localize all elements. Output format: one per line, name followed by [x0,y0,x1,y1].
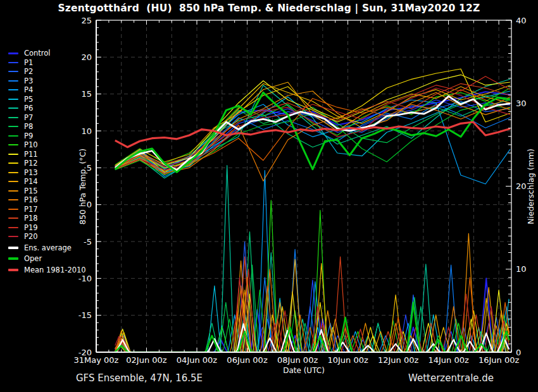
footer-site-credit: Wetterzentrale.de [408,372,494,384]
x-tick-label: 02Jun 00z [126,355,167,365]
y-axis-label-temp: 850 hPa Temp. (°C) [78,149,87,224]
precip-line-p14 [115,259,510,352]
x-tick-label: 10Jun 00z [327,355,368,365]
meteogram-page: Szentgotthárd (HU) 850 hPa Temp. & Niede… [0,0,538,392]
y-left-tick-label: 10 [81,126,92,136]
temp-line-p17 [115,90,510,175]
x-tick-label: 04Jun 00z [177,355,218,365]
y-left-tick-label: -15 [78,310,92,320]
x-tick-label: 06Jun 00z [227,355,268,365]
y-right-tick-label: 20 [516,181,527,191]
y-left-tick-label: -5 [84,237,92,247]
y-right-tick-label: 10 [516,264,527,274]
precip-line-p6 [115,166,510,352]
precip-line-p18 [115,257,510,352]
y-left-tick-label: 15 [81,89,92,99]
plot-frame [96,20,511,352]
precip-line-p4 [115,171,510,352]
x-tick-label: 12Jun 00z [378,355,419,365]
y-right-tick-label: 30 [516,99,527,108]
x-tick-label: 08Jun 00z [277,355,318,365]
y-left-tick-label: 0 [87,200,92,209]
temp-line-mean_clim [115,122,510,147]
y-axis-label-precip: Niederschlag (mm) [526,149,535,224]
x-tick-label: 16Jun 00z [479,355,520,365]
y-left-tick-label: 20 [81,52,92,62]
y-left-tick-label: 25 [81,16,92,25]
y-left-tick-label: 5 [87,163,92,173]
footer-model-info: GFS Ensemble, 47N, 16.5E [76,372,203,384]
x-tick-label: 14Jun 00z [428,355,469,365]
x-tick-label: 31May 00z [74,355,119,365]
y-right-tick-label: 40 [516,16,527,25]
y-left-tick-label: -10 [78,274,92,283]
precip-line-p3 [115,249,510,352]
